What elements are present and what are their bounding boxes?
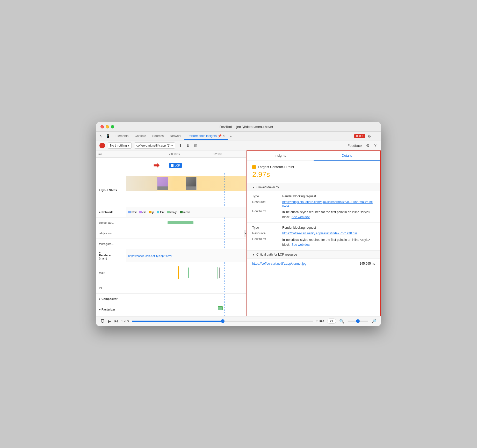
thumbnail-1 <box>157 177 168 190</box>
tab-bar: ↖ 📱 Elements Console Sources Network Per… <box>96 132 381 141</box>
layout-shifts-content <box>126 173 246 207</box>
network-cdnjs-content <box>126 228 246 239</box>
critical-path-link[interactable]: https://coffee-cart.netlify.app/banner.j… <box>252 262 306 265</box>
minimize-traffic-light[interactable] <box>106 125 109 128</box>
thumbnail-2 <box>186 177 197 190</box>
tab-details[interactable]: Details <box>314 151 380 161</box>
time-marker-3200: 3,200m <box>213 153 222 156</box>
compositor-row: Compositor <box>96 294 246 304</box>
download-icon[interactable]: ⬇ <box>185 143 191 149</box>
lcp-section: Largest Contentful Paint 2.97s <box>247 161 380 183</box>
zoom-out-icon[interactable]: 🔍 <box>339 319 344 324</box>
fix-label-2: How to fix <box>252 237 278 247</box>
details-content: Largest Contentful Paint 2.97s ▼ Slowed … <box>247 161 380 316</box>
fix-link-1[interactable]: See web.dev. <box>292 215 310 219</box>
renderer-bar-1 <box>178 266 179 279</box>
network-legend-content: html css js font image media <box>126 207 246 217</box>
tab-sources[interactable]: Sources <box>149 133 167 140</box>
dashed-line-rast2 <box>225 315 225 316</box>
fix-text-1: Inline critical styles required for the … <box>282 209 375 219</box>
recording-dropdown[interactable]: coffee-cart.netlify.app (2) ▾ <box>134 142 175 149</box>
expand-arrow[interactable]: › <box>244 230 246 237</box>
lcp-header: Largest Contentful Paint <box>252 165 375 169</box>
slowed-down-header: ▼ Slowed down by <box>247 183 380 191</box>
tab-performance-insights[interactable]: Performance insights 📌 ✕ <box>184 133 228 140</box>
critical-path-title: Critical path for LCP resource <box>256 253 297 256</box>
maximize-traffic-light[interactable] <box>111 125 114 128</box>
layout-shifts-label: Layout Shifts <box>96 173 126 207</box>
throttling-dropdown[interactable]: No throttling ▾ <box>108 142 132 149</box>
chevron-down-icon: ▾ <box>171 144 173 147</box>
slowed-item-1: Type Render blocking request Resource ht… <box>247 191 380 223</box>
renderer-main-content <box>126 262 246 283</box>
tab-network[interactable]: Network <box>167 133 184 140</box>
lcp-value: 2.97s <box>252 170 375 179</box>
fix-link-2[interactable]: See web.dev. <box>292 243 310 247</box>
network-row-coffee: coffee-car... <box>96 218 246 228</box>
tab-close-icon[interactable]: ✕ <box>223 134 225 137</box>
renderer-label: Renderer (main) <box>96 249 126 262</box>
help-icon[interactable]: ? <box>373 143 378 148</box>
zoom-in-icon[interactable]: 🔎 <box>371 319 377 324</box>
tab-console[interactable]: Console <box>132 133 149 140</box>
zoom-slider[interactable] <box>348 321 368 322</box>
time-marker-2880: 2,880ms <box>169 153 180 156</box>
dashed-line-rast <box>225 304 225 315</box>
dashed-line-cdnjs <box>225 228 225 239</box>
delete-icon[interactable]: 🗑 <box>193 143 199 148</box>
fix-text-2: Inline critical styles required for the … <box>282 237 375 247</box>
timeline-slider[interactable] <box>132 321 313 322</box>
gray-block <box>126 176 157 191</box>
critical-path-time: 145.695ms <box>360 262 375 265</box>
time-marker-ms: ms <box>98 153 102 156</box>
network-cdnjs-label: cdnjs.clou... <box>96 228 126 239</box>
title-bar: DevTools - jec.fyi/demo/menu-hover <box>96 122 381 132</box>
error-badge[interactable]: ✕ ✕ 1 <box>354 134 365 138</box>
window-title: DevTools - jec.fyi/demo/menu-hover <box>116 125 377 129</box>
rasterizer-row-2: Rasterizer <box>96 315 246 316</box>
coffee-bar <box>168 221 193 224</box>
settings-icon[interactable]: ⚙ <box>367 134 372 139</box>
legend-html: html <box>128 211 136 214</box>
lcp-label: Largest Contentful Paint <box>258 165 294 169</box>
skip-start-icon[interactable]: ⏮ <box>114 319 118 323</box>
gear-icon[interactable]: ⚙ <box>365 143 371 149</box>
renderer-link[interactable]: https://coffee-cart.netlify.app/?ad=1 <box>128 254 172 257</box>
upload-icon[interactable]: ⬆ <box>178 143 183 149</box>
network-fonts-content <box>126 239 246 249</box>
close-traffic-light[interactable] <box>100 125 104 128</box>
details-panel: Insights Details Largest Contentful Pain… <box>247 150 381 316</box>
tab-overflow[interactable]: » <box>228 133 234 139</box>
network-coffee-label: coffee-car... <box>96 218 126 228</box>
dashed-line-layout <box>225 173 225 207</box>
io-label: IO <box>96 283 126 293</box>
pin-icon: 📌 <box>218 134 222 138</box>
critical-path-content: https://coffee-cart.netlify.app/banner.j… <box>247 259 380 269</box>
device-icon[interactable]: 📱 <box>105 134 110 139</box>
play-icon[interactable]: ▶ <box>108 319 111 324</box>
screenshot-icon[interactable]: 🖼 <box>100 319 105 323</box>
resource-link-2[interactable]: https://coffee-cart.netlify.app/assets/i… <box>282 232 375 235</box>
feedback-button[interactable]: Feedback <box>348 144 362 148</box>
io-content <box>126 283 246 293</box>
resource-label-1: Resource <box>252 200 278 207</box>
rasterizer-content-2 <box>126 315 246 316</box>
tab-bar-icons: ↖ 📱 <box>98 134 110 139</box>
devtools-window: DevTools - jec.fyi/demo/menu-hover ↖ 📱 E… <box>96 122 381 326</box>
cursor-icon[interactable]: ↖ <box>98 134 104 139</box>
tab-elements[interactable]: Elements <box>112 133 132 140</box>
tab-insights[interactable]: Insights <box>247 151 314 161</box>
more-icon[interactable]: ⋮ <box>373 134 379 139</box>
renderer-bar-2 <box>188 268 189 278</box>
renderer-link-content: https://coffee-cart.netlify.app/?ad=1 <box>126 249 246 262</box>
io-row: IO <box>96 283 246 294</box>
lcp-badge[interactable]: LCP <box>169 163 182 168</box>
record-button[interactable] <box>99 143 105 148</box>
network-fonts-label: fonts.gsta... <box>96 239 126 249</box>
resource-link-1[interactable]: https://cdnjs.cloudflare.com/ajax/libs/n… <box>282 200 375 207</box>
lcp-badge-icon <box>171 164 174 167</box>
slowed-down-title: Slowed down by <box>256 185 279 189</box>
lcp-color-indicator <box>252 165 256 169</box>
compositor-content <box>126 294 246 304</box>
type-value-1: Render blocking request <box>282 194 375 198</box>
